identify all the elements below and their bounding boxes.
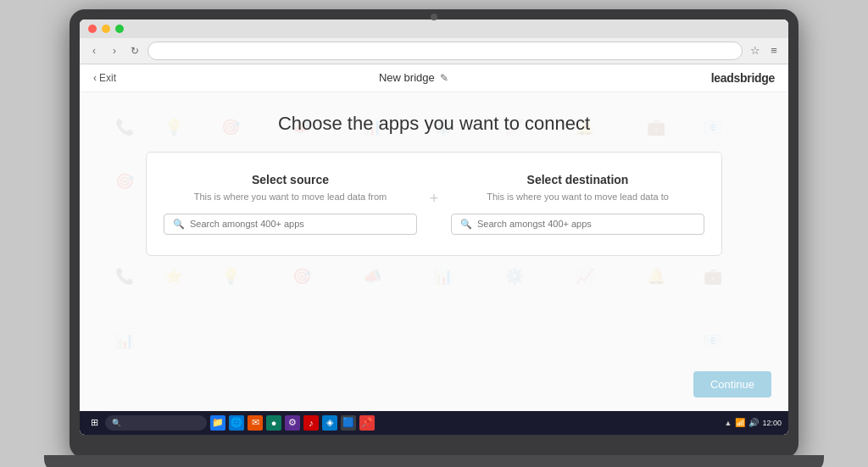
- bridge-title: New bridge: [379, 71, 435, 84]
- cards-container: Select source This is where you want to …: [146, 152, 722, 256]
- logo-bridge: bridge: [740, 71, 775, 85]
- destination-card: Select destination This is where you wan…: [451, 173, 704, 235]
- source-card: Select source This is where you want to …: [164, 173, 417, 235]
- exit-link[interactable]: ‹ Exit: [93, 72, 116, 84]
- header-center: New bridge ✎: [116, 71, 711, 84]
- taskbar-app4-icon[interactable]: ◈: [322, 415, 337, 431]
- taskbar-folder-icon[interactable]: 📁: [210, 415, 225, 431]
- taskbar-app3-icon[interactable]: ♪: [303, 415, 319, 431]
- taskbar-search-icon: 🔍: [112, 419, 121, 427]
- taskbar-clock: 12:00: [762, 419, 782, 427]
- address-bar[interactable]: [147, 42, 743, 60]
- taskbar-start-icon[interactable]: ⊞: [86, 415, 102, 431]
- app-body: 📞 💡 🎯 📣 📊 ⚙️ 📈 🔔 💼 📧 🎯 🔗 📞 ⭐ 💡 🎯: [80, 92, 788, 411]
- logo-leads: leads: [711, 71, 740, 85]
- forward-button[interactable]: ›: [107, 43, 122, 58]
- back-button[interactable]: ‹: [86, 43, 102, 58]
- plus-divider: +: [417, 173, 451, 208]
- bookmark-icon[interactable]: ☆: [748, 43, 763, 58]
- destination-search-box[interactable]: 🔍: [451, 214, 704, 235]
- destination-subtitle: This is where you want to move lead data…: [451, 192, 704, 202]
- taskbar-app2-icon[interactable]: ⚙: [285, 415, 300, 431]
- taskbar-search[interactable]: 🔍: [105, 415, 207, 431]
- traffic-light-red[interactable]: [88, 25, 97, 33]
- refresh-button[interactable]: ↻: [127, 43, 142, 58]
- source-search-input[interactable]: [190, 219, 408, 229]
- source-title: Select source: [164, 173, 417, 186]
- app-header: ‹ Exit New bridge ✎ leadsbridge: [80, 64, 788, 92]
- destination-search-input[interactable]: [477, 219, 695, 229]
- taskbar-edge-icon[interactable]: 🌐: [229, 415, 244, 431]
- taskbar-app6-icon[interactable]: 📌: [359, 415, 375, 431]
- source-subtitle: This is where you want to move lead data…: [164, 192, 417, 202]
- continue-button[interactable]: Continue: [693, 371, 771, 398]
- taskbar-system-tray: ▲ 📶 🔊 12:00: [725, 418, 782, 427]
- taskbar-app1-icon[interactable]: ●: [266, 415, 281, 431]
- taskbar-mail-icon[interactable]: ✉: [248, 415, 263, 431]
- taskbar-arrow-icon[interactable]: ▲: [725, 419, 732, 427]
- menu-icon[interactable]: ≡: [766, 43, 782, 58]
- destination-search-icon: 🔍: [460, 219, 472, 230]
- edit-icon[interactable]: ✎: [440, 72, 448, 84]
- continue-area: Continue: [693, 371, 771, 398]
- taskbar: ⊞ 🔍 📁 🌐 ✉ ● ⚙ ♪ ◈ 🟦 📌 ▲ 📶 🔊 12:00: [80, 411, 788, 435]
- destination-title: Select destination: [451, 173, 704, 186]
- taskbar-volume-icon[interactable]: 🔊: [748, 418, 759, 427]
- traffic-light-yellow[interactable]: [102, 25, 110, 33]
- leadsbridge-logo: leadsbridge: [711, 71, 775, 85]
- source-search-icon: 🔍: [173, 219, 185, 230]
- exit-label: Exit: [99, 72, 116, 84]
- taskbar-network-icon[interactable]: 📶: [735, 418, 745, 427]
- exit-arrow-icon: ‹: [93, 72, 97, 84]
- traffic-light-green[interactable]: [115, 25, 124, 33]
- content-wrapper: Choose the apps you want to connect Sele…: [80, 92, 788, 256]
- source-search-box[interactable]: 🔍: [164, 214, 417, 235]
- page-title: Choose the apps you want to connect: [278, 113, 590, 135]
- taskbar-app5-icon[interactable]: 🟦: [341, 415, 356, 431]
- laptop-base: [44, 455, 824, 468]
